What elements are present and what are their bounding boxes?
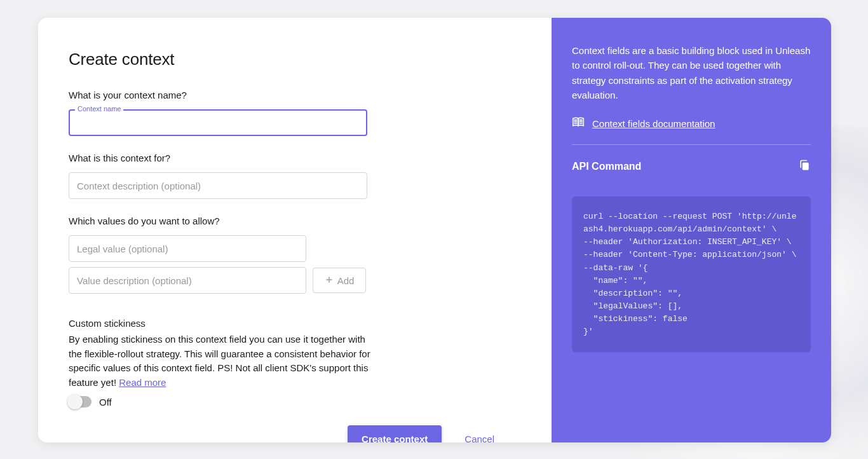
- context-name-field-wrap: Context name: [69, 109, 521, 136]
- divider: [572, 144, 811, 145]
- add-button-label: Add: [337, 275, 355, 286]
- stickiness-toggle-row: Off: [69, 396, 521, 408]
- context-description-field-wrap: [69, 172, 521, 199]
- toggle-knob: [67, 394, 83, 409]
- api-command-title: API Command: [572, 161, 641, 172]
- svg-rect-8: [803, 163, 809, 170]
- context-name-label: What is your context name?: [69, 90, 521, 100]
- add-value-button[interactable]: Add: [313, 268, 366, 293]
- copy-icon[interactable]: [798, 159, 811, 174]
- plus-icon: [325, 275, 334, 286]
- book-icon: [572, 116, 585, 130]
- form-panel: Create context What is your context name…: [38, 18, 552, 442]
- doc-link-row: Context fields documentation: [572, 116, 811, 130]
- value-description-row: Add: [69, 267, 521, 294]
- documentation-link[interactable]: Context fields documentation: [592, 118, 715, 129]
- context-name-floating-label: Context name: [75, 105, 123, 113]
- stickiness-toggle-label: Off: [99, 397, 112, 408]
- context-name-input[interactable]: [69, 109, 367, 136]
- page-title: Create context: [69, 50, 521, 69]
- stickiness-body: By enabling stickiness on this context f…: [69, 332, 374, 390]
- stickiness-read-more-link[interactable]: Read more: [119, 377, 166, 388]
- api-code-block[interactable]: curl --location --request POST 'http://u…: [572, 196, 811, 352]
- context-description-input[interactable]: [69, 172, 367, 199]
- cancel-button[interactable]: Cancel: [461, 433, 498, 443]
- legal-value-wrap: [69, 235, 521, 262]
- stickiness-body-text: By enabling stickiness on this context f…: [69, 334, 370, 388]
- action-row: Create context Cancel: [69, 425, 521, 442]
- help-panel: Context fields are a basic building bloc…: [552, 18, 831, 442]
- help-description: Context fields are a basic building bloc…: [572, 43, 811, 102]
- legal-value-input[interactable]: [69, 235, 306, 262]
- stickiness-toggle[interactable]: [69, 396, 92, 408]
- value-description-input[interactable]: [69, 267, 306, 294]
- legal-values-label: Which values do you want to allow?: [69, 216, 521, 226]
- stickiness-heading: Custom stickiness: [69, 318, 521, 329]
- create-context-button[interactable]: Create context: [348, 425, 442, 442]
- api-command-header: API Command: [572, 159, 811, 174]
- dialog-card: Create context What is your context name…: [38, 18, 831, 442]
- context-description-label: What is this context for?: [69, 153, 521, 163]
